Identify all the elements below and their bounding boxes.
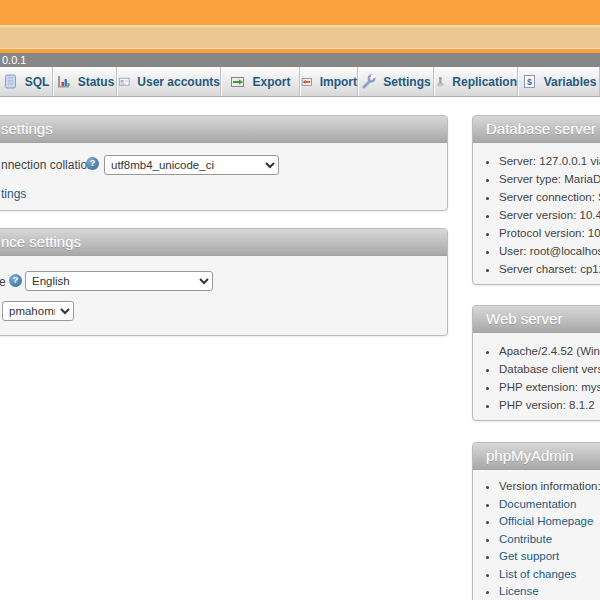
tab-import-label: Import [320,75,357,89]
server-breadcrumb[interactable]: 0.0.1 [0,53,600,67]
list-item: License [499,583,600,600]
collation-help-icon[interactable]: ? [86,157,99,170]
tab-export-label: Export [252,75,290,89]
list-item: Database client version: [499,360,600,378]
official-homepage-link[interactable]: Official Homepage [499,515,593,527]
web-server-panel: Web server Apache/2.4.52 (Win64) Databas… [472,305,600,421]
database-server-title: Database server [473,116,600,143]
language-help-icon[interactable]: ? [9,274,22,287]
collation-label: nnection collation: [1,158,97,172]
tab-replication-label: Replication [452,75,517,89]
appearance-settings-title: nce settings [0,229,447,256]
theme-select[interactable]: pmahomme [2,301,74,321]
general-settings-title: settings [0,116,447,143]
more-settings-link[interactable]: tings [1,187,26,201]
tab-variables[interactable]: $ Variables [518,67,600,96]
documentation-link[interactable]: Documentation [499,498,576,510]
phpmyadmin-list: Version information: 5.1 Documentation O… [473,478,600,600]
contribute-link[interactable]: Contribute [499,533,552,545]
language-select[interactable]: English [25,271,213,291]
tab-user-accounts-label: User accounts [137,75,220,89]
list-item: Documentation [499,496,600,514]
web-server-list: Apache/2.4.52 (Win64) Database client ve… [473,342,600,414]
general-settings-panel: settings nnection collation: ? utf8mb4_u… [0,115,448,211]
status-chart-icon [56,74,71,89]
collation-select[interactable]: utf8mb4_unicode_ci [104,155,279,175]
language-label: e [0,275,6,289]
tab-variables-label: Variables [544,75,597,89]
tab-bar: SQL Status User accounts Export [0,67,600,97]
tab-replication[interactable]: Replication [434,67,518,96]
phpmyadmin-panel: phpMyAdmin Version information: 5.1 Docu… [472,442,600,600]
get-support-link[interactable]: Get support [499,550,559,562]
import-icon [301,74,313,89]
appearance-settings-panel: nce settings e ? English pmahomme [0,228,448,336]
list-item: PHP extension: mysqli [499,378,600,396]
sql-icon [3,74,18,89]
list-item: Server type: MariaDB [499,170,600,188]
phpmyadmin-title: phpMyAdmin [473,443,600,470]
tab-settings[interactable]: Settings [358,67,434,96]
list-item: User: root@localhost [499,242,600,260]
general-settings-body: nnection collation: ? utf8mb4_unicode_ci… [0,143,447,211]
list-item: PHP version: 8.1.2 [499,396,600,414]
top-orange-banner [0,0,600,25]
list-item: Server charset: cp1252 W [499,260,600,278]
tan-banner [0,27,600,48]
tab-status-label: Status [78,75,115,89]
wrench-icon [361,74,376,89]
replication-icon [435,74,445,89]
list-item: Contribute [499,531,600,549]
list-item: Official Homepage [499,513,600,531]
list-item: Protocol version: 10 [499,224,600,242]
list-item: Server: 127.0.0.1 via TC [499,152,600,170]
list-item: Server version: 10.4.22- [499,206,600,224]
tab-status[interactable]: Status [53,67,117,96]
tab-export[interactable]: Export [221,67,300,96]
list-item: List of changes [499,566,600,584]
tab-user-accounts[interactable]: User accounts [117,67,221,96]
tab-import[interactable]: Import [300,67,358,96]
svg-text:$: $ [527,77,532,87]
tab-sql[interactable]: SQL [0,67,53,96]
list-of-changes-link[interactable]: List of changes [499,568,576,580]
database-server-list: Server: 127.0.0.1 via TC Server type: Ma… [473,152,600,278]
version-info-item: Version information: 5.1 [499,478,600,496]
appearance-settings-body: e ? English pmahomme [0,256,447,336]
tab-sql-label: SQL [25,75,50,89]
list-item: Get support [499,548,600,566]
export-icon [230,74,245,89]
license-link[interactable]: License [499,585,539,597]
database-server-panel: Database server Server: 127.0.0.1 via TC… [472,115,600,285]
tab-settings-label: Settings [383,75,430,89]
user-accounts-icon [118,74,130,89]
web-server-title: Web server [473,306,600,333]
list-item: Server connection: SSL i [499,188,600,206]
list-item: Apache/2.4.52 (Win64) [499,342,600,360]
variables-icon: $ [522,74,537,89]
